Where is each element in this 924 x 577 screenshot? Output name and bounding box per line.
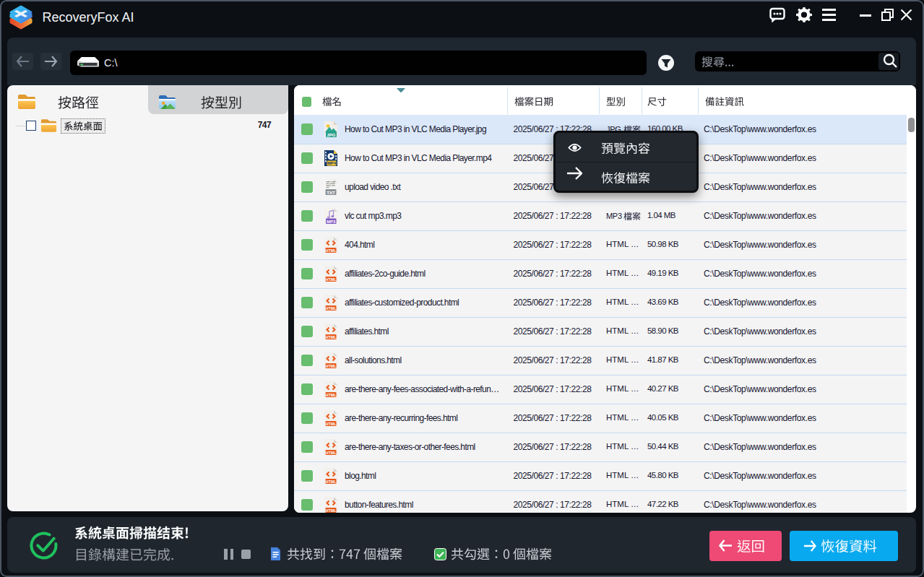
svg-text:TXT: TXT bbox=[327, 190, 335, 195]
svg-text:HTML: HTML bbox=[326, 393, 337, 397]
svg-text:HTML: HTML bbox=[326, 451, 337, 455]
svg-text:HTML: HTML bbox=[326, 277, 337, 282]
svg-text:HTML: HTML bbox=[326, 480, 337, 484]
svg-text:HTML: HTML bbox=[326, 248, 337, 253]
svg-text:HTML: HTML bbox=[326, 508, 337, 513]
svg-text:MP4: MP4 bbox=[327, 161, 337, 165]
svg-text:MP3: MP3 bbox=[327, 220, 336, 224]
svg-text:HTML: HTML bbox=[326, 364, 337, 368]
svg-text:HTML: HTML bbox=[326, 422, 337, 426]
svg-text:JPG: JPG bbox=[327, 132, 336, 137]
svg-text:HTML: HTML bbox=[326, 335, 337, 339]
svg-text:HTML: HTML bbox=[326, 306, 337, 311]
